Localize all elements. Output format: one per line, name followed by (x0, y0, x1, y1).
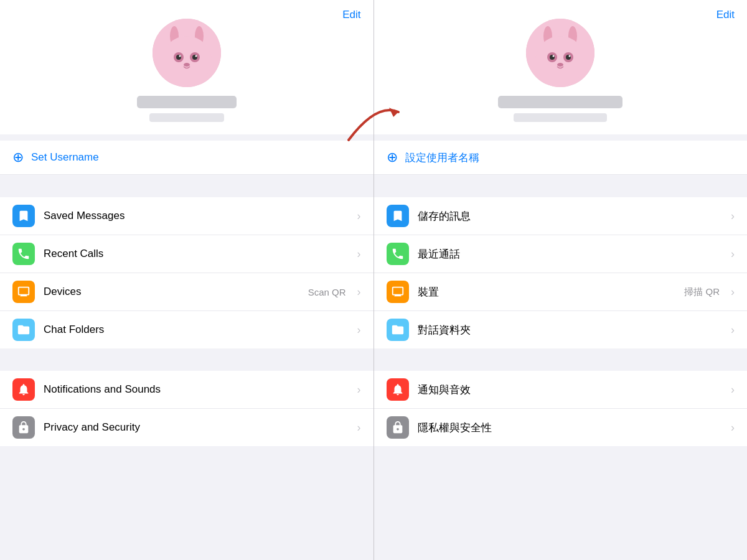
username-label-right: 設定使用者名稱 (405, 151, 479, 165)
privacy-label-right: 隱私權與安全性 (418, 421, 723, 435)
left-panel: Edit (0, 0, 374, 560)
privacy-icon-right (387, 416, 409, 439)
username-icon-left: ⊕ (12, 149, 24, 166)
notifications-item-left[interactable]: Notifications and Sounds › (0, 371, 374, 409)
recent-calls-label-left: Recent Calls (44, 248, 349, 260)
menu-group-2-right: 通知與音效 › 隱私權與安全性 › (374, 371, 748, 446)
devices-label-right: 裝置 (418, 285, 676, 299)
notifications-label-left: Notifications and Sounds (44, 383, 349, 396)
menu-group-2-left: Notifications and Sounds › Privacy and S… (0, 371, 374, 446)
svg-point-10 (179, 55, 181, 57)
chevron-right-sm4: › (731, 324, 735, 337)
scan-qr-label-right: 掃描 QR (684, 286, 720, 298)
set-username-row-right[interactable]: ⊕ 設定使用者名稱 (374, 141, 748, 175)
edit-button-right[interactable]: Edit (716, 9, 735, 21)
set-username-row-left[interactable]: ⊕ Set Username (0, 141, 374, 175)
saved-messages-item-left[interactable]: Saved Messages › (0, 197, 374, 235)
svg-point-11 (195, 55, 197, 57)
username-label-left: Set Username (31, 151, 99, 164)
chevron-left-sm1: › (357, 210, 361, 223)
chevron-right-sm3: › (731, 286, 735, 299)
menu-group-1-left: Saved Messages › Recent Calls › Devices … (0, 197, 374, 348)
edit-button-left[interactable]: Edit (342, 9, 360, 21)
privacy-item-right[interactable]: 隱私權與安全性 › (374, 409, 748, 446)
svg-point-19 (535, 36, 585, 86)
saved-messages-label-left: Saved Messages (44, 210, 349, 222)
svg-point-26 (557, 63, 563, 67)
chat-folders-label-left: Chat Folders (44, 324, 349, 336)
saved-messages-item-right[interactable]: 儲存的訊息 › (374, 197, 748, 235)
notifications-icon-left (12, 378, 35, 401)
chevron-left-sm5: › (357, 383, 361, 396)
chevron-left-sm2: › (357, 248, 361, 261)
avatar-left (153, 19, 221, 87)
recent-calls-item-left[interactable]: Recent Calls › (0, 235, 374, 273)
svg-point-12 (184, 63, 190, 67)
name-blur-right (498, 96, 622, 108)
username-icon-right: ⊕ (387, 149, 398, 166)
privacy-label-left: Privacy and Security (44, 421, 349, 434)
devices-item-left[interactable]: Devices Scan QR › (0, 273, 374, 311)
svg-point-25 (569, 55, 571, 57)
recent-calls-label-right: 最近通話 (418, 247, 723, 261)
right-panel: Edit (374, 0, 748, 560)
phone-blur-right (514, 113, 607, 122)
saved-messages-icon-right (387, 205, 409, 227)
svg-point-24 (553, 55, 555, 57)
devices-item-right[interactable]: 裝置 掃描 QR › (374, 273, 748, 311)
privacy-icon-left (12, 416, 35, 439)
recent-calls-icon-right (387, 243, 409, 265)
chat-folders-item-left[interactable]: Chat Folders › (0, 311, 374, 348)
svg-point-5 (162, 36, 212, 86)
phone-blur-left (149, 113, 224, 122)
chevron-left-sm6: › (357, 421, 361, 434)
chevron-right-sm6: › (731, 421, 735, 434)
menu-group-1-right: 儲存的訊息 › 最近通話 › 裝置 掃描 QR › (374, 197, 748, 348)
chat-folders-item-right[interactable]: 對話資料夾 › (374, 311, 748, 348)
privacy-item-left[interactable]: Privacy and Security › (0, 409, 374, 446)
name-blur-left (137, 96, 237, 108)
chat-folders-icon-right (387, 319, 409, 341)
chevron-left-sm3: › (357, 286, 361, 299)
chat-folders-icon-left (12, 319, 35, 341)
chat-folders-label-right: 對話資料夾 (418, 323, 723, 337)
saved-messages-label-right: 儲存的訊息 (418, 209, 723, 223)
notifications-icon-right (387, 378, 409, 401)
chevron-left-sm4: › (357, 324, 361, 337)
chevron-right-sm1: › (731, 210, 735, 223)
scan-qr-label-left: Scan QR (308, 287, 346, 297)
devices-icon-right (387, 281, 409, 303)
devices-label-left: Devices (44, 286, 299, 298)
chevron-right-sm5: › (731, 383, 735, 396)
devices-icon-left (12, 281, 35, 303)
notifications-label-right: 通知與音效 (418, 383, 723, 397)
recent-calls-item-right[interactable]: 最近通話 › (374, 235, 748, 273)
notifications-item-right[interactable]: 通知與音效 › (374, 371, 748, 409)
recent-calls-icon-left (12, 243, 35, 265)
chevron-right-sm2: › (731, 248, 735, 261)
saved-messages-icon-left (12, 205, 35, 227)
avatar-right (526, 19, 594, 87)
